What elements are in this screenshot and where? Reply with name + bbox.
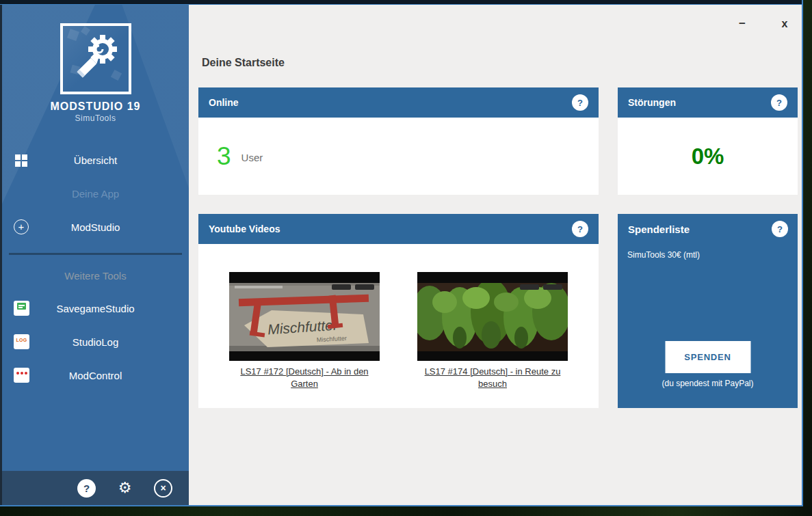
close-icon: ×	[160, 483, 166, 493]
online-user-count: 3	[217, 142, 231, 171]
savegamestudio-icon	[14, 301, 29, 316]
cards-row-1: Online ? 3 User Störungen ? 0%	[198, 87, 798, 195]
youtube-card-body: Mischfutter Mischfutter	[198, 244, 599, 408]
sidebar: MODSTUDIO 19 SimuTools Übersicht Deine A…	[0, 5, 189, 505]
video-item: Mischfutter Mischfutter	[229, 272, 380, 408]
close-button[interactable]: x	[779, 17, 790, 31]
app-title: MODSTUDIO 19	[2, 100, 189, 113]
spenden-button[interactable]: SPENDEN	[665, 341, 750, 373]
sidebar-item-label: Übersicht	[74, 154, 117, 166]
card-title: Spenderliste	[628, 223, 690, 235]
app-window: MODSTUDIO 19 SimuTools Übersicht Deine A…	[0, 0, 803, 506]
plus-circle-icon: +	[14, 219, 29, 234]
video-link[interactable]: LS17 #174 [Deutsch] - in Reute zu besuch	[417, 366, 568, 390]
sidebar-item-savegamestudio[interactable]: SavegameStudio	[2, 292, 189, 325]
online-card: Online ? 3 User	[198, 87, 599, 195]
card-title: Störungen	[628, 97, 676, 108]
help-icon[interactable]: ?	[572, 221, 588, 237]
video-link[interactable]: LS17 #172 [Deutsch] - Ab in den Garten	[229, 366, 380, 390]
sidebar-item-modstudio[interactable]: + ModStudio	[2, 211, 189, 244]
exit-button[interactable]: ×	[154, 479, 172, 498]
log-icon: LOG	[14, 334, 29, 349]
video-item: LS17 #174 [Deutsch] - in Reute zu besuch	[417, 272, 568, 408]
card-title: Online	[209, 97, 239, 108]
sidebar-item-deine-app: Deine App	[2, 177, 189, 211]
card-title: Youtube Videos	[209, 223, 280, 234]
sidebar-section-weitere-tools: Weitere Tools	[2, 270, 189, 282]
help-icon[interactable]: ?	[572, 94, 588, 111]
stoerungen-percentage: 0%	[692, 144, 724, 169]
online-card-body: 3 User	[198, 118, 599, 195]
video-thumbnail[interactable]: Mischfutter Mischfutter	[229, 272, 380, 361]
spenderliste-card: Spenderliste ? SimuTools 30€ (mtl) SPEND…	[618, 214, 798, 408]
gear-pencil-logo-icon	[63, 26, 129, 92]
youtube-card: Youtube Videos ? Mischfutter Mischfut	[198, 214, 599, 408]
sidebar-item-label: SavegameStudio	[56, 303, 134, 314]
titlebar	[0, 0, 802, 5]
settings-button[interactable]: ⚙	[116, 479, 134, 498]
grid-icon	[15, 154, 28, 167]
window-controls: − x	[737, 17, 790, 31]
app-logo	[60, 23, 131, 94]
donor-entry: SimuTools 30€ (mtl)	[618, 250, 798, 260]
main-content: − x Deine Startseite Online ? 3 User	[189, 5, 802, 505]
sidebar-item-label: Deine App	[72, 188, 119, 200]
help-button[interactable]: ?	[77, 479, 96, 498]
sidebar-item-uebersicht[interactable]: Übersicht	[2, 144, 189, 177]
page-title: Deine Startseite	[202, 57, 802, 69]
paypal-note: (du spendest mit PayPal)	[618, 379, 798, 388]
sidebar-item-label: ModStudio	[71, 221, 120, 233]
cards-row-2: Youtube Videos ? Mischfutter Mischfut	[198, 214, 798, 408]
sidebar-item-studiolog[interactable]: LOG StudioLog	[2, 325, 189, 359]
app-subtitle: SimuTools	[2, 113, 189, 123]
question-icon: ?	[83, 483, 90, 494]
sidebar-nav: Übersicht Deine App + ModStudio	[2, 144, 189, 244]
sidebar-tools: SavegameStudio LOG StudioLog ModControl	[2, 292, 189, 392]
modcontrol-icon	[14, 368, 29, 383]
sidebar-footer: ? ⚙ ×	[2, 471, 189, 505]
stoerungen-card: Störungen ? 0%	[618, 87, 798, 195]
sidebar-item-label: StudioLog	[73, 336, 119, 348]
stoerungen-card-header: Störungen ?	[618, 87, 798, 118]
online-user-label: User	[241, 152, 263, 163]
sidebar-divider	[9, 253, 182, 255]
help-icon[interactable]: ?	[772, 221, 788, 237]
sidebar-item-modcontrol[interactable]: ModControl	[2, 359, 189, 392]
sidebar-item-label: ModControl	[69, 370, 122, 381]
online-card-header: Online ?	[198, 87, 599, 118]
spenderliste-card-header: Spenderliste ?	[618, 214, 798, 244]
help-icon[interactable]: ?	[771, 94, 787, 111]
gear-icon: ⚙	[118, 479, 132, 497]
stoerungen-card-body: 0%	[618, 118, 798, 195]
video-thumbnail[interactable]	[417, 272, 568, 361]
youtube-card-header: Youtube Videos ?	[198, 214, 599, 244]
minimize-button[interactable]: −	[737, 17, 748, 31]
